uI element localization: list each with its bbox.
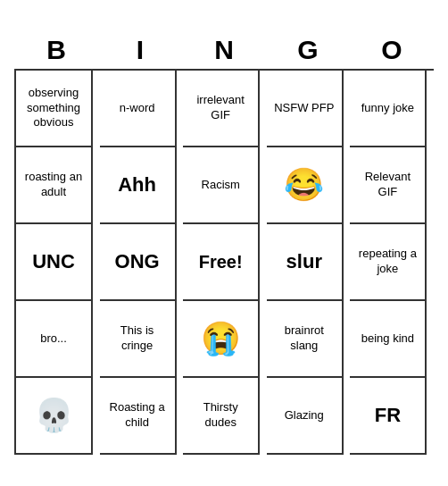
header-letter: N — [186, 35, 262, 65]
bingo-cell: Relevant GIF — [350, 147, 427, 224]
bingo-cell: repeating a joke — [350, 224, 427, 301]
bingo-cell: observing something obvious — [16, 71, 93, 147]
header-letter: I — [102, 35, 178, 65]
bingo-cell: 💀 — [16, 378, 93, 455]
bingo-cell: ONG — [100, 224, 177, 301]
header-letter: G — [270, 35, 346, 65]
bingo-header: BINGO — [14, 31, 434, 69]
bingo-cell: bro... — [16, 301, 93, 378]
header-letter: B — [18, 35, 95, 65]
header-letter: O — [353, 35, 430, 65]
bingo-cell: funny joke — [350, 71, 427, 147]
bingo-cell: slur — [267, 224, 344, 301]
bingo-cell: roasting an adult — [16, 147, 93, 224]
bingo-cell: Glazing — [267, 378, 344, 455]
bingo-card: BINGO observing something obviousn-wordi… — [14, 31, 434, 455]
bingo-cell: Ahh — [100, 147, 177, 224]
bingo-cell: Racism — [183, 147, 260, 224]
bingo-cell: Thirsty dudes — [183, 378, 260, 455]
bingo-cell: UNC — [16, 224, 93, 301]
bingo-cell: Free! — [183, 224, 260, 301]
bingo-cell: This is cringe — [100, 301, 177, 378]
bingo-cell: n-word — [100, 71, 177, 147]
bingo-cell: 😂 — [267, 147, 344, 224]
bingo-cell: being kind — [350, 301, 427, 378]
bingo-grid: observing something obviousn-wordirrelev… — [14, 69, 434, 455]
bingo-cell: FR — [350, 378, 427, 455]
bingo-cell: NSFW PFP — [267, 71, 344, 147]
bingo-cell: 😭 — [183, 301, 260, 378]
bingo-cell: Roasting a child — [100, 378, 177, 455]
bingo-cell: irrelevant GIF — [183, 71, 260, 147]
bingo-cell: brainrot slang — [267, 301, 344, 378]
